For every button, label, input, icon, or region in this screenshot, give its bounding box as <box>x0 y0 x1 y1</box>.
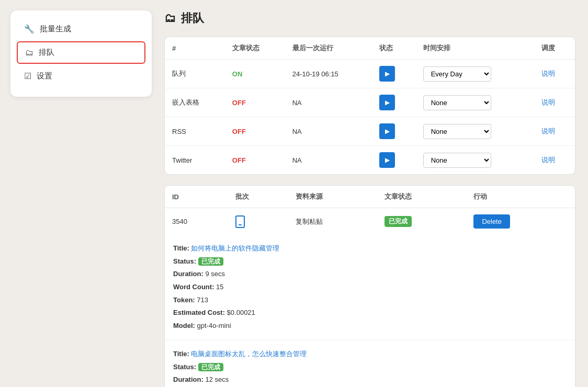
detail-cost: Estimated Cost: $0.00021 <box>173 306 567 320</box>
col-schedule: 时间安排 <box>416 37 535 60</box>
settings-icon: ☑ <box>24 71 31 81</box>
page-title-icon: 🗂 <box>164 12 176 25</box>
detail-title: Title: 如何将电脑上的软件隐藏管理 <box>173 242 567 255</box>
article-title-link[interactable]: 电脑桌面图标太乱，怎么快速整合管理 <box>191 350 307 358</box>
play-button[interactable]: ▶ <box>379 95 395 110</box>
cost-label: Estimated Cost: <box>173 309 225 316</box>
status-badge: 已完成 <box>198 257 223 266</box>
detail-title: Title: 电脑桌面图标太乱，怎么快速整合管理 <box>173 348 567 361</box>
play-button[interactable]: ▶ <box>379 66 395 82</box>
detail-duration: Duration: 9 secs <box>173 268 567 281</box>
detail-info-item: Title: 电脑桌面图标太乱，怎么快速整合管理 Status: 已完成 Dur… <box>165 340 575 387</box>
word-count-label: Word Count: <box>173 283 214 291</box>
play-button[interactable]: ▶ <box>379 123 395 139</box>
duration-value: 9 secs <box>205 270 225 278</box>
detail-status: Status: 已完成 <box>173 361 567 374</box>
sidebar-item-settings[interactable]: ☑ 设置 <box>17 66 145 86</box>
title-label: Title: <box>173 350 189 358</box>
play-button[interactable]: ▶ <box>379 152 395 168</box>
table-row: RSS OFF NA ▶ Every DayNoneEvery HourEver… <box>165 117 575 146</box>
sidebar-item-queue[interactable]: 🗂 排队 <box>17 41 145 64</box>
col-dispatch: 调度 <box>534 37 575 60</box>
cell-schedule: Every DayNoneEvery HourEvery Week <box>416 88 535 117</box>
word-count-value: 15 <box>216 283 223 291</box>
cell-explain: 说明 <box>534 60 575 88</box>
detail-model: Model: gpt-4o-mini <box>173 320 567 333</box>
cell-name: Twitter <box>165 146 225 175</box>
detail-status: Status: 已完成 <box>173 255 567 268</box>
cell-batch <box>228 208 288 235</box>
sidebar-item-settings-label: 设置 <box>37 71 52 81</box>
token-value: 713 <box>197 296 208 304</box>
cell-name: 嵌入表格 <box>165 88 225 117</box>
status-label: Status: <box>173 257 196 265</box>
main-content: 🗂 排队 # 文章状态 最后一次运行 状态 时间安排 调度 队列 ON 24-1… <box>152 0 588 387</box>
cell-source: 复制粘贴 <box>288 208 377 235</box>
col-batch: 批次 <box>228 186 288 208</box>
delete-button[interactable]: Delete <box>473 214 510 229</box>
model-label: Model: <box>173 322 195 329</box>
cell-explain: 说明 <box>534 88 575 117</box>
cell-explain: 说明 <box>534 117 575 146</box>
detail-duration: Duration: 12 secs <box>173 373 567 386</box>
cell-play: ▶ <box>372 88 415 117</box>
col-last-run: 最后一次运行 <box>285 37 372 60</box>
duration-label: Duration: <box>173 375 203 383</box>
cell-last-run: 24-10-19 06:15 <box>285 60 372 88</box>
duration-value: 12 secs <box>205 375 229 383</box>
table-row: 嵌入表格 OFF NA ▶ Every DayNoneEvery HourEve… <box>165 88 575 117</box>
article-title-link[interactable]: 如何将电脑上的软件隐藏管理 <box>191 244 279 252</box>
col-action: 行动 <box>466 186 575 208</box>
cell-action: Delete <box>466 208 575 235</box>
schedule-select[interactable]: Every DayNoneEvery HourEvery Week <box>423 95 491 110</box>
detail-table-row: 3540 复制粘贴 已完成 Delete <box>165 208 575 235</box>
model-value: gpt-4o-mini <box>197 322 231 329</box>
cell-name: RSS <box>165 117 225 146</box>
cell-article-status: 已完成 <box>377 208 466 235</box>
batch-icon: 🔧 <box>24 24 35 34</box>
sidebar-item-queue-label: 排队 <box>39 48 54 58</box>
explain-link[interactable]: 说明 <box>541 127 555 135</box>
page-title: 🗂 排队 <box>164 10 575 26</box>
queue-table-card: # 文章状态 最后一次运行 状态 时间安排 调度 队列 ON 24-10-19 … <box>164 37 575 175</box>
duration-label: Duration: <box>173 270 203 278</box>
token-label: Token: <box>173 296 195 304</box>
table-row: 队列 ON 24-10-19 06:15 ▶ Every DayNoneEver… <box>165 60 575 88</box>
cell-schedule: Every DayNoneEvery HourEvery Week <box>416 117 535 146</box>
detail-info-item: Title: 如何将电脑上的软件隐藏管理 Status: 已完成 Duratio… <box>165 235 575 340</box>
cell-status: OFF <box>225 146 285 175</box>
cell-id: 3540 <box>165 208 228 235</box>
cost-value: $0.00021 <box>227 309 255 316</box>
schedule-select[interactable]: Every DayNoneEvery HourEvery Week <box>423 66 491 82</box>
explain-link[interactable]: 说明 <box>541 156 555 164</box>
cell-status: ON <box>225 60 285 88</box>
title-label: Title: <box>173 244 189 252</box>
detail-table: ID 批次 资料来源 文章状态 行动 3540 复制粘贴 已完成 Delete <box>165 186 575 235</box>
queue-table: # 文章状态 最后一次运行 状态 时间安排 调度 队列 ON 24-10-19 … <box>165 37 575 174</box>
cell-status: OFF <box>225 117 285 146</box>
cell-last-run: NA <box>285 117 372 146</box>
col-article-status2: 文章状态 <box>377 186 466 208</box>
sidebar-item-batch-label: 批量生成 <box>40 24 71 34</box>
cell-play: ▶ <box>372 117 415 146</box>
cell-name: 队列 <box>165 60 225 88</box>
cell-explain: 说明 <box>534 146 575 175</box>
explain-link[interactable]: 说明 <box>541 98 555 106</box>
cell-last-run: NA <box>285 88 372 117</box>
detail-card: ID 批次 资料来源 文章状态 行动 3540 复制粘贴 已完成 Delete <box>164 185 575 387</box>
cell-play: ▶ <box>372 60 415 88</box>
explain-link[interactable]: 说明 <box>541 70 555 77</box>
queue-icon: 🗂 <box>25 48 33 58</box>
table-row: Twitter OFF NA ▶ Every DayNoneEvery Hour… <box>165 146 575 175</box>
cell-play: ▶ <box>372 146 415 175</box>
cell-schedule: Every DayNoneEvery HourEvery Week <box>416 60 535 88</box>
cell-status: OFF <box>225 88 285 117</box>
col-state: 状态 <box>372 37 415 60</box>
sidebar: 🔧 批量生成 🗂 排队 ☑ 设置 <box>10 10 152 97</box>
detail-word-count: Word Count: 15 <box>173 281 567 294</box>
schedule-select[interactable]: Every DayNoneEvery HourEvery Week <box>423 153 491 168</box>
col-article-status: 文章状态 <box>225 37 285 60</box>
schedule-select[interactable]: Every DayNoneEvery HourEvery Week <box>423 124 491 139</box>
status-label: Status: <box>173 363 196 371</box>
sidebar-item-batch[interactable]: 🔧 批量生成 <box>17 19 145 39</box>
